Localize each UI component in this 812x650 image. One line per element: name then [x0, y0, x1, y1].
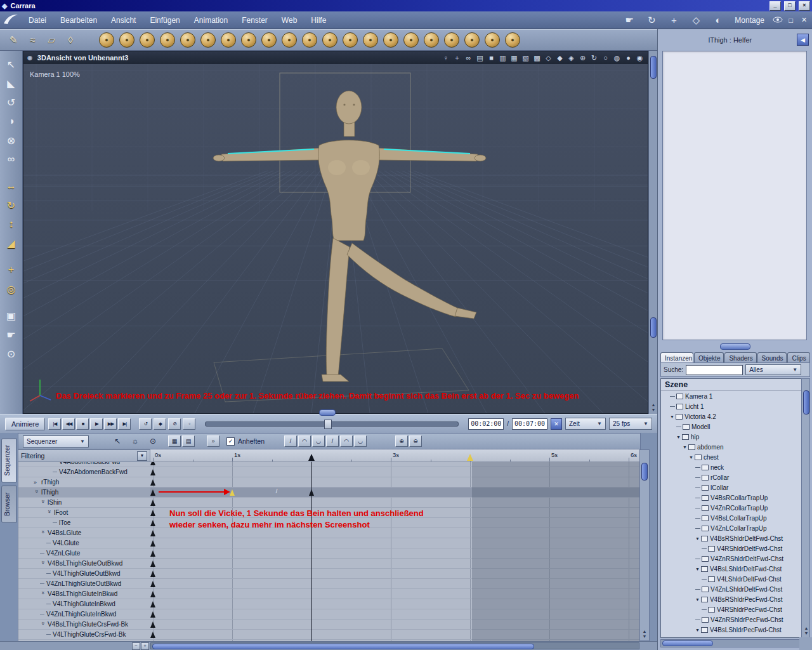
frame-back-button[interactable]: ◀◀	[62, 418, 75, 430]
tab-browser[interactable]: Browser	[1, 486, 16, 523]
target-helper-tool-icon[interactable]: ●	[444, 32, 459, 48]
scroll-thumb[interactable]	[641, 463, 648, 481]
total-time-field[interactable]: 00:07:00	[512, 418, 547, 430]
shield-flat-icon[interactable]: ◆	[556, 54, 564, 62]
zoom-out-button[interactable]: −	[132, 642, 140, 650]
zoom-icon[interactable]: ⊙	[3, 345, 20, 362]
terrain-tool-icon[interactable]: ●	[261, 32, 277, 48]
keyframe-black[interactable]	[150, 469, 155, 475]
bone-tool-icon[interactable]: ●	[505, 32, 520, 48]
keyframe-black[interactable]	[150, 462, 155, 465]
wrench-icon[interactable]: ⊗	[3, 132, 20, 149]
keyframe-yellow[interactable]	[230, 489, 235, 496]
tree-item-v4znrcollartrapup[interactable]: V4ZnRCollarTrapUp	[661, 503, 809, 513]
link-chain-icon[interactable]: ∞	[3, 151, 20, 168]
hotpoint-icon[interactable]: ◎	[3, 281, 20, 297]
hair-tool-icon[interactable]: ●	[363, 32, 378, 48]
track-label-v4znabdomenbackfwd[interactable]: V4ZnAbdomenBackFwd	[18, 467, 150, 477]
scroll-thumb[interactable]	[650, 317, 657, 338]
menu-einf-gen[interactable]: Einfügen	[143, 16, 187, 25]
keyframe-black[interactable]	[150, 510, 155, 516]
tab-clips[interactable]: Clips	[787, 352, 810, 363]
expander-icon[interactable]: ▼	[695, 628, 700, 632]
ease-in-2-button[interactable]: ◠	[340, 435, 353, 447]
tree-item-v4bsrcollartrapup[interactable]: V4BsRCollarTrapUp	[661, 493, 809, 503]
tab-sounds[interactable]: Sounds	[757, 352, 787, 363]
preview-tool-icon[interactable]: ◐	[712, 15, 724, 26]
eraser-tool-icon[interactable]: ▱	[44, 34, 58, 46]
panel-close-icon[interactable]: ✕	[799, 16, 809, 24]
track-label-lthigh[interactable]: »lThigh	[18, 488, 150, 498]
ease-out-button[interactable]: ◡	[312, 435, 325, 447]
tree-item-v4bslshldrdeltfwd-chst[interactable]: ▼V4BsLShldrDeltFwd-Chst	[661, 564, 809, 574]
track-label-lfoot[interactable]: »lFoot	[18, 508, 150, 518]
track-label-v4bslglute[interactable]: »V4BsLGlute	[18, 528, 150, 538]
grid-a-button[interactable]: ▦	[168, 435, 181, 447]
eye-icon[interactable]	[772, 17, 783, 24]
scroll-thumb[interactable]	[650, 56, 657, 79]
flat-sphere-icon[interactable]: ◍	[613, 54, 621, 62]
orbit-view-icon[interactable]: ↺	[3, 94, 20, 110]
keyframe-black[interactable]	[150, 560, 155, 567]
track-label-v4lglute[interactable]: V4LGlute	[18, 538, 150, 548]
expander-icon[interactable]: ▼	[683, 445, 687, 449]
scroll-arrows[interactable]: ▲▼	[640, 629, 649, 639]
playhead-line[interactable]	[311, 461, 312, 641]
tab-sequenzer[interactable]: Sequenzer	[1, 438, 16, 482]
linear-button[interactable]: /	[284, 435, 297, 447]
ocean-tool-icon[interactable]: ●	[302, 32, 317, 48]
ease-out-2-button[interactable]: ◡	[354, 435, 367, 447]
expander-icon[interactable]: ▼	[695, 536, 700, 541]
expander-icon[interactable]: »	[34, 489, 40, 495]
render-dot-icon[interactable]: ☼	[129, 437, 141, 446]
scale-icon[interactable]: ↕	[3, 216, 20, 232]
menu-ansicht[interactable]: Ansicht	[104, 16, 143, 25]
playhead-marker[interactable]	[308, 454, 315, 461]
tree-item-v4rshldrdeltfwd-chst[interactable]: V4RShldrDeltFwd-Chst	[661, 543, 809, 554]
cloud-tool-icon[interactable]: ●	[322, 32, 337, 48]
zoom-in-button[interactable]: +	[141, 642, 149, 650]
splitter-handle[interactable]	[720, 343, 750, 350]
keyframe-black[interactable]	[150, 591, 155, 597]
render-orb-icon[interactable]: ◉	[636, 54, 644, 62]
orbit-tool-icon[interactable]: ↻	[645, 15, 658, 26]
current-time-field[interactable]: 00:02:00	[468, 418, 504, 430]
viewport-menu-icon[interactable]: ◉	[27, 55, 32, 61]
zoom-all-button[interactable]: ⊖	[409, 435, 422, 447]
sphere-tool-icon[interactable]: ●	[99, 32, 114, 48]
keyframe-black[interactable]	[150, 489, 155, 496]
tree-hscrollbar[interactable]	[660, 639, 810, 647]
tree-item-lcollar[interactable]: lCollar	[661, 482, 809, 493]
resize-corner[interactable]	[799, 637, 812, 650]
layout-four-icon[interactable]: ▧	[521, 54, 530, 62]
linear-2-button[interactable]: /	[326, 435, 339, 447]
scroll-arrows[interactable]: ▲▼	[802, 626, 811, 636]
keyframe-black[interactable]	[150, 520, 155, 526]
expander-icon[interactable]: »	[40, 500, 46, 505]
tree-item-v4bslcollartrapup[interactable]: V4BsLCollarTrapUp	[661, 513, 809, 523]
select-arrow-icon[interactable]: ↖	[3, 56, 20, 72]
paint-brush-icon[interactable]: ◣	[3, 75, 20, 91]
track-label-v4bslthighgluteoutbkwd[interactable]: »V4BsLThighGluteOutBkwd	[18, 559, 150, 569]
victoria-figure[interactable]	[213, 91, 486, 381]
layout-three-icon[interactable]: ▦	[510, 54, 518, 62]
layout-two-icon[interactable]: ▥	[499, 54, 507, 62]
search-input[interactable]	[686, 365, 743, 375]
tree-item-abdomen[interactable]: ▼abdomen	[661, 442, 809, 452]
splitter-handle[interactable]	[319, 409, 336, 416]
keyframe-black[interactable]	[150, 571, 155, 577]
track-label-v4lthighgluteinbkwd[interactable]: V4LThighGluteInBkwd	[18, 599, 150, 609]
track-label-v4abdomenbackfwd[interactable]: V4AbdomenBackFwd	[18, 462, 150, 467]
menu-animation[interactable]: Animation	[187, 16, 235, 25]
keyframe-black[interactable]	[150, 581, 155, 587]
expander-icon[interactable]: »	[46, 510, 53, 515]
go-end-button[interactable]: ▶|	[118, 418, 131, 430]
plant-tool-icon[interactable]: ●	[282, 32, 297, 48]
tree-item-v4bsrshldrdeltfwd-chst[interactable]: ▼V4BsRShldrDeltFwd-Chst	[661, 533, 809, 543]
magnify-icon[interactable]: ⊙	[147, 437, 159, 446]
minimize-button[interactable]: _	[769, 1, 781, 11]
track-label-lshin[interactable]: »lShin	[18, 498, 150, 508]
glasses-icon[interactable]: ∞	[464, 54, 473, 62]
close-time-icon[interactable]: ✕	[551, 418, 562, 430]
menu-hilfe[interactable]: Hilfe	[304, 16, 333, 25]
